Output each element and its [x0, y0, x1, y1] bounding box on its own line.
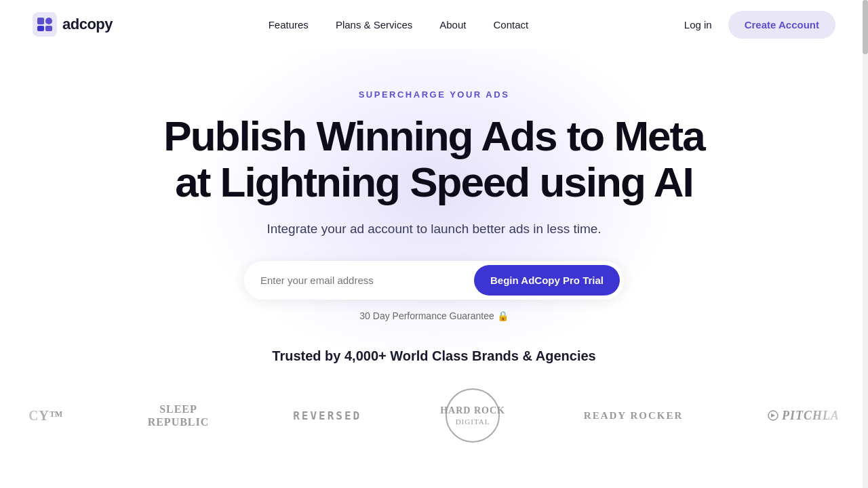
nav-right: Log in Create Account [684, 11, 835, 39]
svg-rect-1 [37, 18, 44, 24]
svg-rect-0 [33, 12, 57, 37]
scrollbar-thumb[interactable] [863, 0, 868, 54]
brand-adcy: CY™ [28, 408, 64, 424]
nav-links: Features Plans & Services About Contact [269, 19, 529, 30]
trusted-text: Trusted by 4,000+ World Class Brands & A… [163, 348, 705, 364]
brand-logos: CY™ SleepRepublic REVERSED Hard RockDIGI… [0, 388, 868, 443]
brand-pitchla: Pitchla [767, 409, 840, 423]
svg-rect-2 [45, 18, 52, 24]
svg-rect-3 [37, 26, 44, 31]
hero-section: SUPERCHARGE YOUR ADS Publish Winning Ads… [0, 49, 868, 443]
brand-sleep-republic: SleepRepublic [148, 403, 210, 428]
brand-ready-rocker: READY ROCKER [584, 410, 683, 422]
pitchla-icon [767, 409, 779, 422]
guarantee-text: 30 Day Performance Guarantee 🔒 [163, 310, 705, 321]
email-input[interactable] [260, 274, 474, 286]
login-link[interactable]: Log in [684, 19, 712, 30]
hero-subtitle: Integrate your ad account to launch bett… [163, 222, 705, 237]
nav-features[interactable]: Features [269, 19, 309, 30]
scrollbar[interactable] [863, 0, 868, 488]
svg-rect-4 [45, 26, 52, 31]
nav-contact[interactable]: Contact [493, 19, 528, 30]
brand-hard-rock: Hard RockDIGITAL [446, 388, 500, 443]
brand-reversed: REVERSED [293, 409, 361, 422]
hero-content: SUPERCHARGE YOUR ADS Publish Winning Ads… [163, 89, 705, 388]
logo-icon [33, 12, 57, 37]
hero-title: Publish Winning Ads to Meta at Lightning… [163, 113, 705, 205]
nav-about[interactable]: About [439, 19, 466, 30]
trial-button[interactable]: Begin AdCopy Pro Trial [474, 265, 620, 296]
navbar: adcopy Features Plans & Services About C… [0, 0, 868, 49]
nav-plans[interactable]: Plans & Services [336, 19, 412, 30]
brand-logo-bar: CY™ SleepRepublic REVERSED Hard RockDIGI… [0, 388, 868, 443]
create-account-button[interactable]: Create Account [728, 11, 835, 39]
logo[interactable]: adcopy [33, 12, 113, 37]
logo-text: adcopy [62, 16, 113, 33]
hero-eyebrow: SUPERCHARGE YOUR ADS [163, 89, 705, 100]
email-form: Begin AdCopy Pro Trial [244, 261, 624, 300]
